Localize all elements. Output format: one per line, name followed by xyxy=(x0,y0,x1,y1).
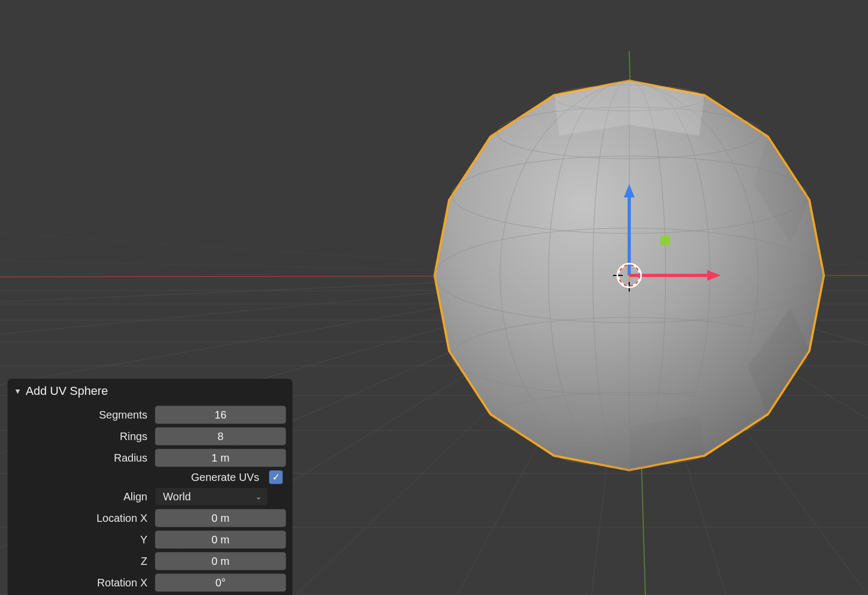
align-dropdown[interactable]: World ⌄ xyxy=(155,487,268,506)
radius-label: Radius xyxy=(14,452,150,464)
location-x-field[interactable]: 0 m xyxy=(155,509,286,527)
check-icon: ✓ xyxy=(272,471,280,483)
rotation-x-label: Rotation X xyxy=(14,577,150,589)
rotation-x-field[interactable]: 0° xyxy=(155,573,286,592)
chevron-down-icon: ⌄ xyxy=(255,492,262,501)
location-z-field[interactable]: 0 m xyxy=(155,552,286,570)
location-z-label: Z xyxy=(14,555,150,568)
location-y-field[interactable]: 0 m xyxy=(155,530,286,549)
operator-panel-title: Add UV Sphere xyxy=(26,384,108,398)
radius-field[interactable]: 1 m xyxy=(155,449,286,467)
location-y-label: Y xyxy=(14,534,150,546)
segments-field[interactable]: 16 xyxy=(155,406,286,424)
segments-label: Segments xyxy=(14,409,150,421)
generate-uvs-checkbox[interactable]: ✓ xyxy=(269,470,283,484)
rings-label: Rings xyxy=(14,430,150,443)
location-x-label: Location X xyxy=(14,512,150,525)
rings-field[interactable]: 8 xyxy=(155,427,286,445)
generate-uvs-label: Generate UVs xyxy=(191,471,261,484)
3d-viewport[interactable]: ▼ Add UV Sphere Segments 16 Rings 8 Radi… xyxy=(0,0,868,595)
align-label: Align xyxy=(14,491,150,503)
operator-panel-header[interactable]: ▼ Add UV Sphere xyxy=(8,379,293,406)
disclosure-triangle-icon: ▼ xyxy=(14,387,22,395)
gizmo-handle-y[interactable] xyxy=(660,236,670,245)
operator-panel[interactable]: ▼ Add UV Sphere Segments 16 Rings 8 Radi… xyxy=(8,379,293,595)
